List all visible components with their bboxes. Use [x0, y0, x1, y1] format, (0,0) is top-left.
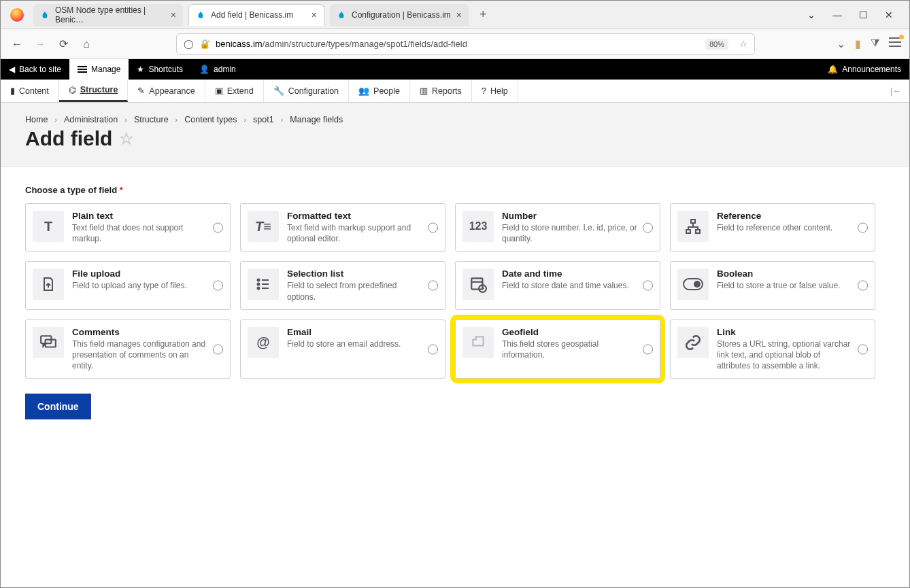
menu-people[interactable]: 👥People — [349, 80, 410, 102]
back-icon: ◀ — [9, 65, 15, 74]
field-option-comments[interactable]: CommentsThis field manages configuration… — [25, 319, 231, 379]
menu-structure[interactable]: ⌬Structure — [59, 80, 129, 102]
breadcrumb-item[interactable]: Administration — [64, 115, 118, 124]
continue-button[interactable]: Continue — [25, 394, 91, 419]
field-option-plain-text[interactable]: T Plain textText field that does not sup… — [25, 203, 231, 252]
zoom-level[interactable]: 80% — [705, 39, 728, 50]
extension-icon[interactable]: ▮ — [855, 37, 861, 50]
menu-icon[interactable] — [889, 37, 901, 47]
field-option-geofield[interactable]: GeofieldThis field stores geospatial inf… — [455, 319, 660, 379]
admin-menu: ▮Content ⌬Structure ✎Appearance ▣Extend … — [1, 80, 909, 103]
svg-point-7 — [258, 288, 260, 290]
date-time-icon — [462, 269, 494, 300]
shield-icon: ◯ — [184, 39, 194, 49]
shortcuts-label: Shortcuts — [148, 65, 183, 74]
field-option-number[interactable]: 123 NumberField to store number. I.e. id… — [455, 203, 660, 252]
bell-icon: 🔔 — [828, 65, 838, 74]
file-icon: ▮ — [10, 86, 15, 96]
collapse-toolbar-icon[interactable]: |← — [882, 86, 909, 96]
home-icon[interactable]: ⌂ — [78, 38, 95, 50]
radio-icon — [643, 222, 653, 232]
extend-icon: ▣ — [215, 86, 223, 96]
firefox-icon — [10, 8, 24, 22]
shortcuts-button[interactable]: ★ Shortcuts — [129, 59, 191, 80]
bookmark-star-icon[interactable]: ☆ — [739, 39, 747, 49]
radio-icon — [858, 344, 868, 354]
radio-icon — [858, 222, 868, 232]
breadcrumb-item[interactable]: Content types — [184, 115, 237, 124]
close-icon[interactable]: × — [456, 10, 462, 20]
browser-tab-active[interactable]: Add field | Benicass.im × — [188, 4, 324, 26]
svg-point-13 — [694, 281, 701, 288]
plain-text-icon: T — [33, 211, 64, 242]
user-menu[interactable]: 👤 admin — [191, 59, 244, 80]
close-window-icon[interactable]: ✕ — [882, 10, 896, 20]
close-icon[interactable]: × — [171, 10, 176, 20]
appearance-icon: ✎ — [137, 86, 145, 96]
announcements-button[interactable]: 🔔 Announcements — [820, 59, 909, 80]
field-option-link[interactable]: LinkStores a URL string, optional varcha… — [670, 319, 875, 379]
radio-icon — [213, 281, 223, 291]
svg-rect-2 — [696, 230, 700, 233]
back-to-site-label: Back to site — [19, 65, 61, 74]
admin-toolbar: ◀ Back to site Manage ★ Shortcuts 👤 admi… — [1, 59, 909, 80]
structure-icon: ⌬ — [69, 85, 76, 95]
extensions-puzzle-icon[interactable]: ⧩ — [871, 37, 879, 50]
hamburger-icon — [78, 66, 87, 73]
tab-label: Add field | Benicass.im — [211, 10, 293, 20]
field-option-email[interactable]: @ EmailField to store an email address. — [240, 319, 445, 379]
file-upload-icon — [33, 269, 64, 300]
shortcut-star-icon[interactable]: ☆ — [119, 129, 134, 148]
number-icon: 123 — [462, 211, 494, 242]
lock-warning-icon: 🔒̸ — [199, 39, 210, 49]
reload-icon[interactable]: ⟳ — [55, 37, 71, 50]
close-icon[interactable]: × — [311, 10, 317, 20]
browser-tab[interactable]: Configuration | Benicass.im × — [330, 4, 469, 26]
svg-rect-0 — [691, 220, 695, 223]
field-option-selection-list[interactable]: Selection listField to select from prede… — [240, 261, 445, 309]
breadcrumb-item[interactable]: Manage fields — [290, 115, 343, 124]
url-path: /admin/structure/types/manage/spot1/fiel… — [263, 39, 467, 49]
manage-button[interactable]: Manage — [69, 59, 129, 80]
field-option-reference[interactable]: ReferenceField to reference other conten… — [670, 203, 875, 252]
back-icon[interactable]: ← — [9, 38, 25, 50]
field-option-date-time[interactable]: Date and timeField to store date and tim… — [455, 261, 660, 309]
menu-appearance[interactable]: ✎Appearance — [128, 80, 205, 102]
url-domain: benicass.im — [216, 39, 263, 49]
radio-icon — [643, 344, 653, 354]
radio-icon — [858, 281, 868, 291]
breadcrumb: Home› Administration› Structure› Content… — [25, 115, 885, 124]
browser-tab[interactable]: OSM Node type entities | Benic… × — [33, 4, 183, 26]
address-bar[interactable]: ◯ 🔒̸ benicass.im/admin/structure/types/m… — [176, 33, 755, 55]
menu-help[interactable]: ?Help — [472, 80, 518, 102]
comments-icon — [33, 327, 64, 358]
breadcrumb-item[interactable]: Structure — [134, 115, 169, 124]
star-icon: ★ — [137, 65, 144, 74]
radio-icon — [643, 281, 653, 291]
menu-reports[interactable]: ▥Reports — [410, 80, 472, 102]
drupal-icon — [196, 10, 205, 20]
chevron-down-icon[interactable]: ⌄ — [805, 10, 818, 20]
svg-rect-1 — [686, 230, 690, 233]
field-option-boolean[interactable]: BooleanField to store a true or false va… — [670, 261, 875, 309]
tab-label: Configuration | Benicass.im — [352, 10, 451, 20]
minimize-icon[interactable]: — — [830, 10, 844, 20]
field-option-formatted-text[interactable]: T≡ Formatted textText field with markup … — [240, 203, 445, 252]
menu-configuration[interactable]: 🔧Configuration — [264, 80, 349, 102]
breadcrumb-item[interactable]: spot1 — [253, 115, 274, 124]
breadcrumb-item[interactable]: Home — [25, 115, 48, 124]
back-to-site-button[interactable]: ◀ Back to site — [1, 59, 69, 80]
maximize-icon[interactable]: ☐ — [856, 10, 870, 20]
field-type-grid: T Plain textText field that does not sup… — [25, 203, 885, 379]
manage-label: Manage — [91, 65, 120, 74]
svg-point-5 — [258, 283, 260, 286]
pocket-icon[interactable]: ⌄ — [837, 37, 845, 50]
svg-point-3 — [258, 279, 260, 281]
field-option-file-upload[interactable]: File uploadField to upload any type of f… — [25, 261, 231, 309]
menu-extend[interactable]: ▣Extend — [205, 80, 264, 102]
reference-icon — [677, 211, 709, 242]
menu-content[interactable]: ▮Content — [1, 80, 59, 102]
page-content: Choose a type of field * T Plain textTex… — [1, 167, 909, 437]
people-icon: 👥 — [358, 86, 369, 96]
new-tab-button[interactable]: + — [474, 7, 492, 22]
